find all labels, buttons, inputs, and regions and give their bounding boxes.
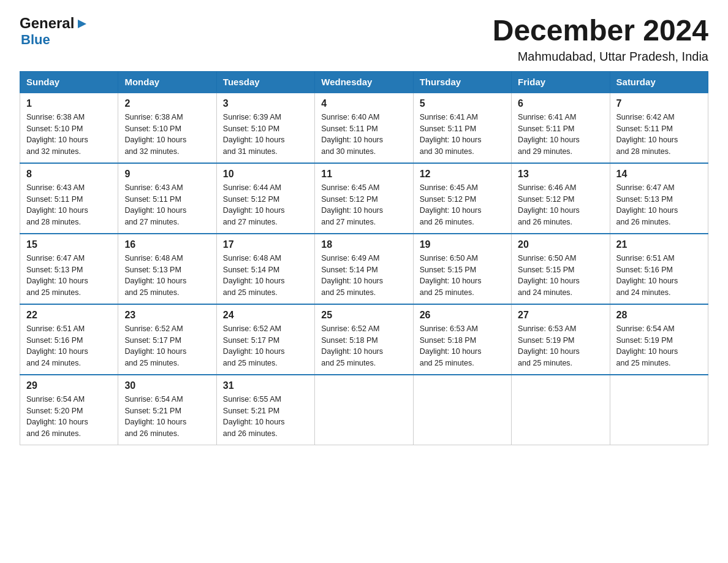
header-monday: Monday [118,71,216,93]
main-title: December 2024 [493,15,708,47]
day-number: 19 [420,239,505,250]
day-number: 6 [518,98,603,109]
day-number: 8 [26,169,112,180]
day-info: Sunrise: 6:51 AM Sunset: 5:16 PM Dayligh… [616,253,702,299]
calendar-cell: 25 Sunrise: 6:52 AM Sunset: 5:18 PM Dayl… [315,304,413,375]
header-friday: Friday [512,71,610,93]
calendar-cell: 4 Sunrise: 6:40 AM Sunset: 5:11 PM Dayli… [315,93,413,163]
day-number: 24 [223,310,308,321]
calendar-cell: 3 Sunrise: 6:39 AM Sunset: 5:10 PM Dayli… [216,93,314,163]
day-info: Sunrise: 6:40 AM Sunset: 5:11 PM Dayligh… [321,112,406,158]
calendar-cell: 7 Sunrise: 6:42 AM Sunset: 5:11 PM Dayli… [610,93,708,163]
day-info: Sunrise: 6:43 AM Sunset: 5:11 PM Dayligh… [124,182,210,228]
day-number: 1 [26,98,112,109]
day-number: 20 [518,239,603,250]
day-info: Sunrise: 6:52 AM Sunset: 5:17 PM Dayligh… [124,323,210,369]
day-info: Sunrise: 6:45 AM Sunset: 5:12 PM Dayligh… [420,182,505,228]
calendar-cell: 12 Sunrise: 6:45 AM Sunset: 5:12 PM Dayl… [413,163,511,234]
day-info: Sunrise: 6:39 AM Sunset: 5:10 PM Dayligh… [223,112,308,158]
calendar-week-4: 22 Sunrise: 6:51 AM Sunset: 5:16 PM Dayl… [20,304,708,375]
day-info: Sunrise: 6:41 AM Sunset: 5:11 PM Dayligh… [518,112,603,158]
day-number: 17 [223,239,308,250]
calendar-table: Sunday Monday Tuesday Wednesday Thursday… [20,71,708,445]
day-info: Sunrise: 6:47 AM Sunset: 5:13 PM Dayligh… [616,182,702,228]
day-info: Sunrise: 6:53 AM Sunset: 5:18 PM Dayligh… [420,323,505,369]
calendar-cell: 26 Sunrise: 6:53 AM Sunset: 5:18 PM Dayl… [413,304,511,375]
page-header: General Blue December 2024 Mahmudabad, U… [20,15,708,64]
header-saturday: Saturday [610,71,708,93]
calendar-week-1: 1 Sunrise: 6:38 AM Sunset: 5:10 PM Dayli… [20,93,708,163]
day-info: Sunrise: 6:54 AM Sunset: 5:19 PM Dayligh… [616,323,702,369]
day-number: 7 [616,98,702,109]
calendar-cell: 17 Sunrise: 6:48 AM Sunset: 5:14 PM Dayl… [216,234,314,304]
day-number: 25 [321,310,406,321]
day-info: Sunrise: 6:38 AM Sunset: 5:10 PM Dayligh… [26,112,112,158]
day-number: 11 [321,169,406,180]
day-number: 18 [321,239,406,250]
day-number: 15 [26,239,112,250]
calendar-cell: 31 Sunrise: 6:55 AM Sunset: 5:21 PM Dayl… [216,375,314,445]
day-info: Sunrise: 6:48 AM Sunset: 5:13 PM Dayligh… [124,253,210,299]
day-info: Sunrise: 6:52 AM Sunset: 5:17 PM Dayligh… [223,323,308,369]
calendar-cell [413,375,511,445]
day-number: 21 [616,239,702,250]
calendar-cell: 1 Sunrise: 6:38 AM Sunset: 5:10 PM Dayli… [20,93,118,163]
calendar-cell: 14 Sunrise: 6:47 AM Sunset: 5:13 PM Dayl… [610,163,708,234]
header-sunday: Sunday [20,71,118,93]
day-number: 3 [223,98,308,109]
calendar-cell: 9 Sunrise: 6:43 AM Sunset: 5:11 PM Dayli… [118,163,216,234]
header-row: Sunday Monday Tuesday Wednesday Thursday… [20,71,708,93]
calendar-week-5: 29 Sunrise: 6:54 AM Sunset: 5:20 PM Dayl… [20,375,708,445]
calendar-cell: 16 Sunrise: 6:48 AM Sunset: 5:13 PM Dayl… [118,234,216,304]
day-info: Sunrise: 6:54 AM Sunset: 5:20 PM Dayligh… [26,394,112,440]
header-tuesday: Tuesday [216,71,314,93]
day-number: 16 [124,239,210,250]
day-number: 31 [223,380,308,391]
logo: General Blue [20,15,89,48]
calendar-cell [512,375,610,445]
day-info: Sunrise: 6:46 AM Sunset: 5:12 PM Dayligh… [518,182,603,228]
day-number: 28 [616,310,702,321]
calendar-cell: 8 Sunrise: 6:43 AM Sunset: 5:11 PM Dayli… [20,163,118,234]
calendar-cell: 6 Sunrise: 6:41 AM Sunset: 5:11 PM Dayli… [512,93,610,163]
logo-blue-text: Blue [21,32,89,48]
logo-arrow-icon [75,17,89,31]
day-info: Sunrise: 6:50 AM Sunset: 5:15 PM Dayligh… [518,253,603,299]
day-number: 9 [124,169,210,180]
day-number: 30 [124,380,210,391]
day-info: Sunrise: 6:44 AM Sunset: 5:12 PM Dayligh… [223,182,308,228]
day-info: Sunrise: 6:45 AM Sunset: 5:12 PM Dayligh… [321,182,406,228]
day-number: 29 [26,380,112,391]
day-info: Sunrise: 6:49 AM Sunset: 5:14 PM Dayligh… [321,253,406,299]
calendar-cell: 19 Sunrise: 6:50 AM Sunset: 5:15 PM Dayl… [413,234,511,304]
calendar-cell: 30 Sunrise: 6:54 AM Sunset: 5:21 PM Dayl… [118,375,216,445]
subtitle: Mahmudabad, Uttar Pradesh, India [493,50,708,64]
day-number: 14 [616,169,702,180]
day-info: Sunrise: 6:55 AM Sunset: 5:21 PM Dayligh… [223,394,308,440]
calendar-cell: 21 Sunrise: 6:51 AM Sunset: 5:16 PM Dayl… [610,234,708,304]
day-number: 22 [26,310,112,321]
day-info: Sunrise: 6:51 AM Sunset: 5:16 PM Dayligh… [26,323,112,369]
calendar-cell: 20 Sunrise: 6:50 AM Sunset: 5:15 PM Dayl… [512,234,610,304]
day-number: 10 [223,169,308,180]
calendar-week-2: 8 Sunrise: 6:43 AM Sunset: 5:11 PM Dayli… [20,163,708,234]
day-info: Sunrise: 6:53 AM Sunset: 5:19 PM Dayligh… [518,323,603,369]
calendar-cell: 29 Sunrise: 6:54 AM Sunset: 5:20 PM Dayl… [20,375,118,445]
calendar-cell [315,375,413,445]
calendar-body: 1 Sunrise: 6:38 AM Sunset: 5:10 PM Dayli… [20,93,708,445]
day-number: 4 [321,98,406,109]
calendar-cell: 24 Sunrise: 6:52 AM Sunset: 5:17 PM Dayl… [216,304,314,375]
calendar-week-3: 15 Sunrise: 6:47 AM Sunset: 5:13 PM Dayl… [20,234,708,304]
calendar-cell: 18 Sunrise: 6:49 AM Sunset: 5:14 PM Dayl… [315,234,413,304]
header-wednesday: Wednesday [315,71,413,93]
day-number: 27 [518,310,603,321]
day-number: 2 [124,98,210,109]
day-info: Sunrise: 6:48 AM Sunset: 5:14 PM Dayligh… [223,253,308,299]
calendar-cell: 15 Sunrise: 6:47 AM Sunset: 5:13 PM Dayl… [20,234,118,304]
calendar-cell: 23 Sunrise: 6:52 AM Sunset: 5:17 PM Dayl… [118,304,216,375]
calendar-header: Sunday Monday Tuesday Wednesday Thursday… [20,71,708,93]
day-number: 5 [420,98,505,109]
day-number: 13 [518,169,603,180]
title-block: December 2024 Mahmudabad, Uttar Pradesh,… [493,15,708,64]
calendar-cell: 28 Sunrise: 6:54 AM Sunset: 5:19 PM Dayl… [610,304,708,375]
